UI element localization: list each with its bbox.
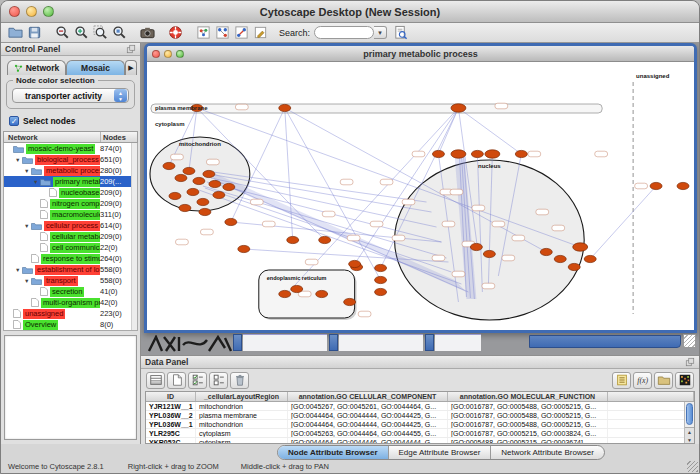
network-node[interactable]: [375, 288, 387, 295]
tree-row[interactable]: ▼primary metabo209(...: [4, 176, 137, 187]
save-icon[interactable]: [26, 24, 43, 41]
network-node[interactable]: [175, 174, 187, 181]
window-titlebar[interactable]: Cytoscape Desktop (New Session): [1, 1, 699, 23]
node-selection-mode-icon[interactable]: [214, 24, 231, 41]
table-header-cell[interactable]: ID: [146, 392, 196, 401]
search-dropdown-icon[interactable]: ▾: [374, 26, 387, 39]
network-canvas[interactable]: plasma membranecytoplasmmitochondrionnuc…: [147, 62, 694, 330]
network-node[interactable]: [470, 243, 482, 250]
tree-row[interactable]: ▼cellular process614(0): [4, 220, 137, 231]
network-node[interactable]: [677, 182, 689, 189]
tree-row[interactable]: cell communicat22(0): [4, 242, 137, 253]
network-node[interactable]: [568, 263, 580, 270]
network-node[interactable]: [432, 150, 444, 157]
table-row[interactable]: YPL036W__1mitochondrion[GO:0044464, GO:0…: [146, 420, 694, 429]
network-node[interactable]: [203, 170, 215, 177]
network-node[interactable]: [238, 245, 250, 252]
delete-attribute-icon[interactable]: [230, 372, 249, 389]
network-node[interactable]: [279, 290, 291, 297]
import-attributes-icon[interactable]: [654, 372, 673, 389]
network-node[interactable]: [554, 255, 566, 262]
tree-row[interactable]: nitrogen compo209(0): [4, 198, 137, 209]
network-node[interactable]: [187, 188, 199, 195]
network-node[interactable]: [344, 298, 356, 305]
network-node[interactable]: [375, 264, 387, 271]
expand-triangle-icon[interactable]: ▼: [33, 179, 40, 185]
network-node[interactable]: [471, 150, 483, 157]
network-node[interactable]: [199, 208, 211, 215]
select-attributes-icon[interactable]: [188, 372, 207, 389]
network-node[interactable]: [193, 177, 205, 184]
network-node[interactable]: [316, 290, 328, 297]
network-node[interactable]: [279, 104, 291, 111]
network-edge[interactable]: [458, 108, 521, 154]
app-resize-grip[interactable]: [687, 461, 698, 472]
network-node[interactable]: [287, 236, 299, 243]
expand-triangle-icon[interactable]: ▼: [24, 223, 31, 229]
edge-selection-mode-icon[interactable]: [233, 24, 250, 41]
expand-triangle-icon[interactable]: ▼: [24, 278, 31, 284]
window-resize-grip[interactable]: [683, 334, 696, 348]
tab-node-attribute-browser[interactable]: Node Attribute Browser: [278, 446, 389, 459]
network-node[interactable]: [291, 285, 303, 292]
table-row[interactable]: YJR121W__1mitochondrion[GO:0045267, GO:0…: [146, 402, 694, 411]
select-nodes-checkbox[interactable]: ✓: [9, 116, 19, 126]
birds-eye-view-panel[interactable]: [4, 335, 137, 440]
table-header-cell[interactable]: annotation.GO MOLECULAR_FUNCTION: [448, 392, 608, 401]
network-node[interactable]: [223, 183, 235, 190]
notes-icon[interactable]: [612, 372, 631, 389]
network-node[interactable]: [183, 167, 195, 174]
expand-triangle-icon[interactable]: ▼: [15, 267, 22, 273]
network-node[interactable]: [573, 243, 588, 251]
formula-icon[interactable]: f(x): [633, 372, 652, 389]
zoom-in-icon[interactable]: [73, 24, 90, 41]
network-node[interactable]: [451, 104, 466, 112]
network-node[interactable]: [540, 248, 552, 255]
open-icon[interactable]: [7, 24, 24, 41]
tab-mosaic[interactable]: Mosaic: [66, 60, 125, 75]
network-node[interactable]: [197, 198, 209, 205]
tree-column-network[interactable]: Network: [4, 132, 101, 142]
table-header-cell[interactable]: _cellularLayoutRegion: [196, 392, 288, 401]
tree-row[interactable]: ▼establishment of lo558(0): [4, 264, 137, 275]
network-node[interactable]: [515, 150, 527, 157]
network-node[interactable]: [179, 204, 191, 211]
tree-row[interactable]: cellular metabo209(0): [4, 231, 137, 242]
tree-row[interactable]: response to stimulu264(0): [4, 253, 137, 264]
zoom-fit-icon[interactable]: [111, 24, 128, 41]
network-view-window[interactable]: primary metabolic process plasma membran…: [144, 43, 697, 333]
scrollbar-thumb[interactable]: [686, 403, 693, 425]
tab-network-attribute-browser[interactable]: Network Attribute Browser: [491, 446, 603, 459]
vizmapper-icon[interactable]: [195, 24, 212, 41]
network-node[interactable]: [584, 255, 596, 262]
expand-triangle-icon[interactable]: ▼: [15, 157, 22, 163]
search-input[interactable]: [314, 26, 374, 39]
tree-row[interactable]: nucleobase-209(0): [4, 187, 137, 198]
node-color-dropdown[interactable]: transporter activity ▲▼: [12, 88, 129, 103]
table-scrollbar[interactable]: ▲▼: [684, 402, 694, 443]
annotation-icon[interactable]: [252, 24, 269, 41]
matrix-icon[interactable]: [675, 372, 694, 389]
help-lifesaver-icon[interactable]: [167, 24, 184, 41]
network-edge[interactable]: [438, 108, 458, 154]
network-node[interactable]: [375, 276, 387, 283]
zoom-out-icon[interactable]: [54, 24, 71, 41]
network-edge[interactable]: [590, 186, 656, 259]
attribute-grid-icon[interactable]: [146, 372, 165, 389]
network-node[interactable]: [319, 236, 331, 243]
network-node[interactable]: [213, 191, 225, 198]
expand-triangle-icon[interactable]: ▼: [24, 168, 31, 174]
network-node[interactable]: [650, 182, 662, 189]
tree-row[interactable]: mosaic-demo-yeast874(0): [4, 143, 137, 154]
table-row[interactable]: YPL036W__2plasma membrane[GO:0044464, GO…: [146, 411, 694, 420]
tree-row[interactable]: multi-organism pro42(0): [4, 297, 137, 308]
tree-row[interactable]: unassigned223(0): [4, 308, 137, 319]
network-node[interactable]: [349, 260, 361, 267]
tab-scroll-right-icon[interactable]: ▶: [125, 60, 137, 75]
snapshot-camera-icon[interactable]: [139, 24, 156, 41]
tree-row[interactable]: ▼metabolic process280(0): [4, 165, 137, 176]
network-node[interactable]: [483, 250, 495, 257]
advanced-search-icon[interactable]: [392, 24, 409, 41]
tree-row[interactable]: macromolecule311(0): [4, 209, 137, 220]
unselect-attributes-icon[interactable]: [209, 372, 228, 389]
